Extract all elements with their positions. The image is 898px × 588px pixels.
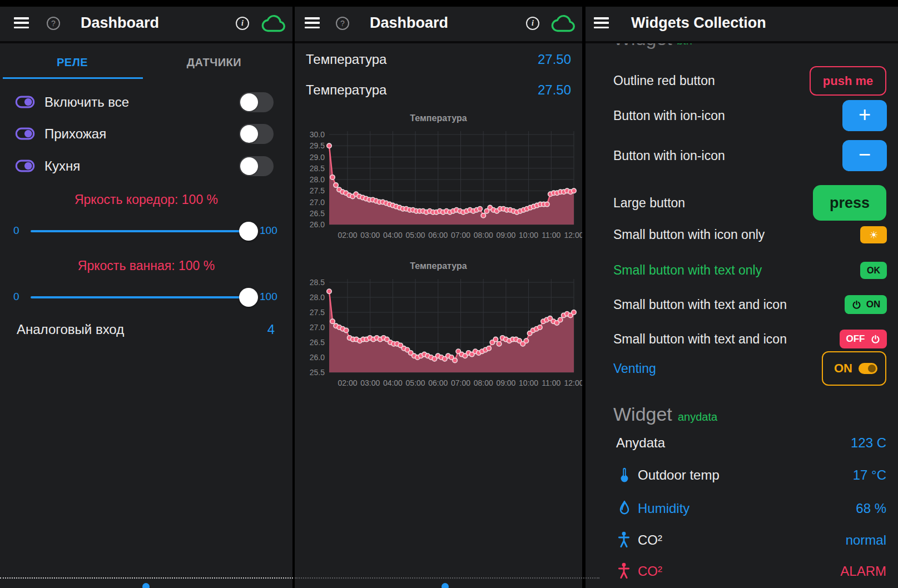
venting-toggle-button[interactable]: ON [822, 351, 886, 386]
cloud-icon [261, 14, 287, 33]
svg-text:11:00: 11:00 [542, 231, 560, 240]
svg-text:29.5: 29.5 [310, 141, 325, 150]
svg-text:10:00: 10:00 [519, 378, 538, 387]
minus-icon: − [859, 143, 871, 167]
svg-text:26.5: 26.5 [310, 209, 325, 218]
widget-row-label: Small button with text and icon [613, 332, 787, 347]
bottom-separator [0, 577, 293, 579]
ok-button[interactable]: OK [860, 262, 887, 279]
slider-max-label: 100 [260, 225, 277, 237]
switch-row-label: Включить все [44, 94, 129, 110]
person-icon [616, 562, 632, 580]
switch-row-label: Прихожая [44, 126, 106, 142]
svg-text:08:00: 08:00 [474, 231, 493, 240]
svg-text:09:00: 09:00 [496, 378, 515, 387]
slider-knob[interactable] [239, 222, 258, 241]
widget-row-label: Outline red button [613, 73, 715, 88]
data-row-label: CO² [638, 532, 662, 548]
svg-text:27.0: 27.0 [310, 323, 325, 332]
info-icon[interactable]: i [526, 17, 539, 30]
data-row-label: Outdoor temp [638, 467, 720, 483]
venting-label: Venting [613, 361, 656, 376]
svg-text:25.5: 25.5 [310, 368, 325, 377]
switch-row-label: Кухня [44, 158, 80, 174]
svg-text:28.0: 28.0 [310, 175, 325, 184]
svg-text:03:00: 03:00 [360, 231, 380, 240]
svg-text:03:00: 03:00 [360, 378, 380, 387]
widget-row-label: Button with ion-icon [613, 148, 725, 163]
bottom-separator [295, 577, 599, 579]
info-icon[interactable]: i [236, 17, 249, 30]
data-row-value: 123 C [723, 435, 886, 451]
press-button[interactable]: press [813, 185, 886, 221]
value-row-label: Температура [306, 52, 386, 67]
sun-button[interactable]: ☀ [860, 226, 887, 243]
minus-button[interactable]: − [842, 140, 887, 171]
switch-kitchen[interactable] [239, 156, 274, 176]
svg-text:26.5: 26.5 [310, 338, 325, 347]
plus-button[interactable]: + [842, 100, 887, 131]
svg-text:02:00: 02:00 [338, 231, 357, 240]
svg-text:12:00: 12:00 [564, 231, 582, 240]
switch-hallway[interactable] [239, 124, 274, 144]
widget-row-label: Button with ion-icon [613, 108, 725, 123]
widget-row-label: Large button [613, 196, 685, 211]
help-icon[interactable]: ? [47, 17, 60, 30]
menu-icon[interactable] [14, 17, 29, 28]
slider-caption: Яркость ванная: 100 % [0, 258, 292, 273]
power-icon [870, 334, 881, 345]
help-icon[interactable]: ? [336, 17, 349, 30]
menu-icon[interactable] [305, 17, 320, 28]
slider-max-label: 100 [260, 291, 277, 303]
slider-track[interactable] [31, 230, 257, 232]
slider-caption: Яркость коредор: 100 % [0, 192, 292, 207]
svg-text:30.0: 30.0 [310, 130, 325, 139]
svg-text:26.0: 26.0 [310, 353, 325, 362]
active-tab-underline [3, 77, 143, 79]
data-row-value: 68 % [723, 501, 886, 516]
analog-input-value: 4 [211, 322, 275, 337]
clipped-widget-icon [142, 583, 150, 588]
data-row-label: CO² [638, 564, 662, 579]
svg-text:09:00: 09:00 [496, 231, 515, 240]
svg-text:06:00: 06:00 [428, 378, 448, 387]
tab-sensors[interactable]: ДАТЧИКИ [164, 56, 264, 69]
droplet-icon [617, 500, 632, 516]
value-row-value: 27.50 [478, 82, 571, 98]
toggle-icon [15, 127, 35, 140]
slider-track[interactable] [31, 296, 257, 298]
svg-text:07:00: 07:00 [451, 231, 470, 240]
switch-all[interactable] [239, 92, 274, 112]
plus-icon: + [859, 103, 871, 127]
data-row-value: ALARM [723, 564, 886, 579]
data-row-value: normal [723, 532, 886, 548]
power-icon [851, 300, 862, 310]
clipped-section-heading: Widget btn [613, 43, 780, 51]
svg-text:06:00: 06:00 [428, 231, 448, 240]
data-row-label: Anydata [616, 435, 665, 451]
section-tag: anydata [678, 411, 717, 423]
svg-text:02:00: 02:00 [338, 378, 357, 387]
svg-text:28.5: 28.5 [310, 278, 325, 287]
menu-icon[interactable] [594, 17, 609, 28]
svg-text:08:00: 08:00 [474, 378, 493, 387]
clipped-widget-icon [441, 583, 449, 588]
push-me-button[interactable]: push me [810, 66, 886, 96]
svg-text:29.0: 29.0 [310, 153, 325, 162]
sun-icon: ☀ [869, 229, 878, 241]
temperature-chart-2: 25.526.026.527.027.528.028.502:0003:0004… [301, 276, 582, 389]
svg-text:11:00: 11:00 [542, 378, 560, 387]
widget-row-label: Small button with text and icon [613, 297, 787, 312]
on-button[interactable]: ON [845, 295, 887, 314]
off-button[interactable]: OFF [840, 330, 887, 348]
analog-input-label: Аналоговый вход [17, 322, 124, 337]
toggle-on-icon [859, 363, 877, 374]
svg-text:12:00: 12:00 [564, 378, 582, 387]
tab-relays[interactable]: РЕЛЕ [31, 56, 114, 69]
person-icon [616, 531, 632, 549]
section-title: Widget [613, 403, 672, 425]
toggle-icon [15, 96, 35, 108]
svg-text:28.0: 28.0 [310, 293, 325, 302]
slider-knob[interactable] [239, 288, 258, 307]
toggle-icon [15, 160, 35, 172]
